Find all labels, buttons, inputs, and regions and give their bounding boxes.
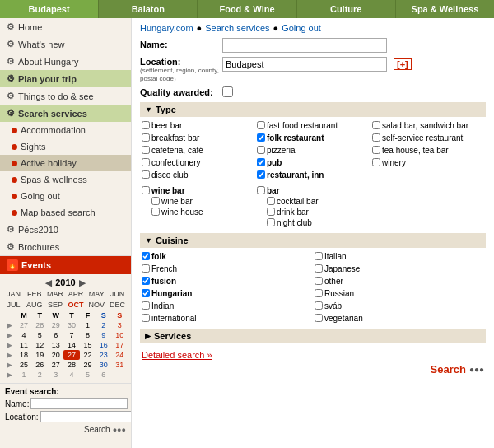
next-year-arrow[interactable]: ▶ (79, 278, 86, 287)
cal-day[interactable]: 6 (96, 370, 111, 380)
cal-day[interactable]: 18 (16, 350, 31, 360)
cb-fast-food-input[interactable] (257, 121, 265, 129)
cal-day[interactable]: 10 (112, 330, 128, 340)
cb-night-club-input[interactable] (267, 218, 275, 226)
cb-folk-restaurant-input[interactable] (257, 133, 265, 142)
type-section-header[interactable]: ▼ Type (140, 102, 486, 117)
sidebar-item-accommodation[interactable]: Accommodation (0, 122, 131, 138)
month-aug[interactable]: AUG (24, 300, 44, 310)
cal-day[interactable]: 1 (16, 370, 31, 380)
cal-day[interactable]: 17 (112, 340, 128, 350)
cb-drink-bar-input[interactable] (267, 208, 275, 216)
month-jun[interactable]: JUN (107, 289, 128, 299)
cuisine-section-header[interactable]: ▼ Cuisine (140, 233, 486, 248)
cb-french-input[interactable] (142, 264, 150, 273)
sidebar-item-search-services[interactable]: ⚙ Search services (0, 105, 131, 122)
week-nav-2[interactable]: ▶ (3, 330, 16, 340)
bar-header-input[interactable] (257, 186, 265, 194)
sidebar-item-spas[interactable]: Spas & wellness (0, 171, 131, 188)
week-nav-6[interactable]: ▶ (3, 370, 16, 380)
sidebar-item-home[interactable]: ⚙ Home (0, 18, 131, 35)
cal-day[interactable]: 6 (48, 330, 63, 340)
breadcrumb-going-out[interactable]: Going out (282, 23, 321, 33)
cb-fusion-input[interactable] (142, 277, 150, 285)
cb-breakfast-bar-input[interactable] (142, 133, 150, 142)
cal-day[interactable]: 26 (32, 360, 48, 370)
cal-day[interactable]: 1 (80, 320, 96, 330)
cal-day[interactable]: 15 (80, 340, 96, 350)
cb-international-input[interactable] (142, 314, 150, 322)
sidebar-item-pecs[interactable]: ⚙ Pécs2010 (0, 221, 131, 238)
services-section-header[interactable]: ▶ Services (140, 329, 486, 343)
cal-day[interactable]: 5 (80, 370, 96, 380)
nav-spa[interactable]: Spa & Wellness (396, 0, 494, 18)
cal-day[interactable]: 27 (16, 320, 31, 330)
month-feb[interactable]: FEB (24, 289, 44, 299)
month-jan[interactable]: JAN (3, 289, 24, 299)
event-location-input[interactable] (40, 411, 132, 422)
cb-other-input[interactable] (315, 277, 323, 285)
cb-pizzeria-input[interactable] (257, 146, 265, 154)
cal-day[interactable]: 30 (96, 360, 111, 370)
week-nav-1[interactable]: ▶ (3, 320, 16, 330)
nav-culture[interactable]: Culture (297, 0, 396, 18)
prev-year-arrow[interactable]: ◀ (45, 278, 52, 287)
cb-vegetarian-input[interactable] (315, 314, 323, 322)
sidebar-item-plan-trip[interactable]: ⚙ Plan your trip (0, 70, 131, 87)
sidebar-item-active-holiday[interactable]: Active holiday (0, 155, 131, 171)
cb-svab-input[interactable] (315, 301, 323, 310)
cb-beer-bar-input[interactable] (142, 121, 150, 129)
cb-tea-house-input[interactable] (372, 146, 380, 154)
cb-cocktail-bar-input[interactable] (267, 197, 275, 205)
sidebar-item-brochures[interactable]: ⚙ Brochures (0, 238, 131, 255)
nav-budapest[interactable]: Budapest (0, 0, 99, 18)
quality-checkbox[interactable] (222, 86, 233, 97)
cal-day[interactable]: 19 (32, 350, 48, 360)
cal-day[interactable]: 7 (63, 330, 79, 340)
month-mar[interactable]: MAR (44, 289, 65, 299)
location-plus-button[interactable]: [+] (394, 58, 412, 70)
cal-day[interactable]: 23 (96, 350, 111, 360)
breadcrumb-search-services[interactable]: Search services (205, 23, 269, 33)
sidebar-item-going-out[interactable]: Going out (0, 188, 131, 204)
nav-balaton[interactable]: Balaton (99, 0, 198, 18)
cal-day[interactable]: 16 (96, 340, 111, 350)
event-name-input[interactable] (30, 398, 128, 409)
cal-day[interactable]: 13 (48, 340, 63, 350)
week-nav-3[interactable]: ▶ (3, 340, 16, 350)
cb-restaurant-inn-input[interactable] (257, 170, 265, 179)
sidebar-item-whats-new[interactable]: ⚙ What's new (0, 35, 131, 53)
sidebar-item-map-search[interactable]: Map based search (0, 204, 131, 221)
main-search-button[interactable]: Search (431, 363, 466, 376)
cb-italian-input[interactable] (315, 252, 323, 260)
cal-day[interactable]: 28 (63, 360, 79, 370)
cal-day-today[interactable]: 27 (63, 350, 79, 360)
week-nav-5[interactable]: ▶ (3, 360, 16, 370)
cal-day[interactable]: 2 (96, 320, 111, 330)
sidebar-item-sights[interactable]: Sights (0, 138, 131, 155)
cal-day[interactable]: 28 (32, 320, 48, 330)
cal-day[interactable]: 4 (16, 330, 31, 340)
month-dec[interactable]: DEC (107, 300, 128, 310)
cb-cafeteria-input[interactable] (142, 146, 150, 154)
cb-salad-bar-input[interactable] (372, 121, 380, 129)
cal-day[interactable]: 3 (112, 320, 128, 330)
cb-japanese-input[interactable] (315, 264, 323, 273)
breadcrumb-home-link[interactable]: Hungary.com (140, 23, 193, 33)
cal-day[interactable]: 5 (32, 330, 48, 340)
month-oct[interactable]: OCT (66, 300, 86, 310)
cb-wine-bar-input[interactable] (151, 197, 160, 205)
cal-day[interactable]: 9 (96, 330, 111, 340)
cal-day[interactable]: 2 (32, 370, 48, 380)
sidebar-item-about-hungary[interactable]: ⚙ About Hungary (0, 53, 131, 70)
month-jul[interactable]: JUL (3, 300, 24, 310)
cal-day[interactable]: 30 (63, 320, 79, 330)
week-nav-4[interactable]: ▶ (3, 350, 16, 360)
wine-bar-header-input[interactable] (142, 186, 150, 194)
cal-day[interactable]: 8 (80, 330, 96, 340)
cal-day[interactable]: 11 (16, 340, 31, 350)
cb-indian-input[interactable] (142, 301, 150, 310)
cal-day[interactable]: 31 (112, 360, 128, 370)
cal-day[interactable]: 12 (32, 340, 48, 350)
month-apr[interactable]: APR (66, 289, 86, 299)
